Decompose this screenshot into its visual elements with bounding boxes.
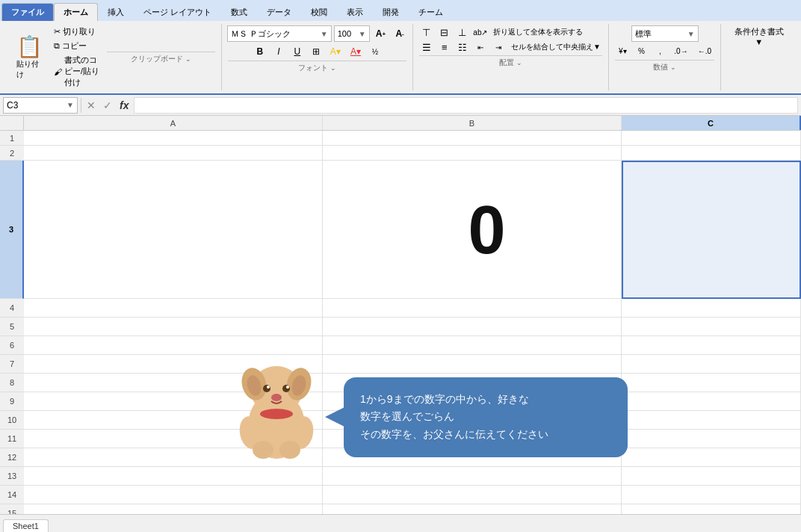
row-header-12[interactable]: 12 (0, 448, 24, 467)
tab-home[interactable]: ホーム (54, 3, 98, 21)
tab-insert[interactable]: 挿入 (98, 3, 134, 21)
cell-c5[interactable] (622, 318, 801, 335)
tab-developer[interactable]: 開発 (373, 3, 409, 21)
row-header-5[interactable]: 5 (0, 318, 24, 336)
sheet-tab-1[interactable]: Sheet1 (3, 519, 49, 532)
name-box[interactable]: C3 ▼ (3, 97, 78, 114)
row-header-4[interactable]: 4 (0, 299, 24, 318)
cell-a5[interactable] (24, 318, 323, 335)
col-header-a[interactable]: A (24, 116, 323, 130)
cell-b7[interactable] (323, 355, 622, 373)
cell-b1[interactable] (323, 131, 622, 145)
cell-a14[interactable] (24, 486, 323, 504)
italic-button[interactable]: I (270, 44, 287, 59)
cell-b15[interactable] (323, 504, 622, 514)
formula-input[interactable] (134, 97, 798, 114)
row-header-2[interactable]: 2 (0, 146, 24, 161)
cell-c14[interactable] (622, 486, 801, 504)
angle-text-button[interactable]: ab↗ (472, 25, 489, 39)
cell-b10[interactable] (323, 411, 622, 429)
number-format-selector[interactable]: 標準 ▼ (631, 25, 699, 42)
border-button[interactable]: ⊞ (308, 44, 324, 59)
percent-button[interactable]: % (633, 43, 649, 58)
cell-b6[interactable] (323, 336, 622, 354)
select-all-corner[interactable] (0, 116, 24, 131)
row-header-10[interactable]: 10 (0, 411, 24, 430)
font-fraction-button[interactable]: ½ (367, 44, 383, 59)
cell-b2[interactable] (323, 146, 622, 160)
cell-a3[interactable] (24, 161, 323, 299)
align-left-button[interactable]: ☰ (418, 40, 435, 54)
merge-center-button[interactable]: セルを結合して中央揃え▼ (508, 40, 604, 54)
col-header-b[interactable]: B (323, 116, 622, 130)
decrease-indent-button[interactable]: ⇤ (472, 40, 489, 54)
row-header-9[interactable]: 9 (0, 392, 24, 411)
font-size-selector[interactable]: 100 ▼ (334, 25, 370, 42)
cell-a12[interactable] (24, 448, 323, 466)
cell-c4[interactable] (622, 299, 801, 317)
row-header-7[interactable]: 7 (0, 355, 24, 374)
conditional-format-button[interactable]: 条件付き書式 ▼ (727, 25, 791, 47)
number-expand-icon[interactable]: ⌄ (670, 64, 676, 71)
cell-c2[interactable] (622, 146, 801, 160)
cell-c9[interactable] (622, 392, 801, 410)
cell-c15[interactable] (622, 504, 801, 514)
tab-data[interactable]: データ (257, 3, 301, 21)
fill-color-button[interactable]: A▾ (327, 44, 344, 59)
decrease-decimal-button[interactable]: ←.0 (694, 43, 715, 58)
row-header-15[interactable]: 15 (0, 504, 24, 514)
font-color-button[interactable]: A▾ (347, 44, 365, 59)
align-center-button[interactable]: ≡ (436, 40, 453, 54)
align-middle-button[interactable]: ⊟ (436, 25, 453, 39)
increase-indent-button[interactable]: ⇥ (490, 40, 507, 54)
tab-formula[interactable]: 数式 (221, 3, 257, 21)
cell-b11[interactable] (323, 430, 622, 448)
cell-b14[interactable] (323, 486, 622, 504)
thousands-button[interactable]: , (652, 43, 668, 58)
tab-review[interactable]: 校閲 (301, 3, 337, 21)
row-header-14[interactable]: 14 (0, 486, 24, 504)
cell-a13[interactable] (24, 467, 323, 485)
cell-c6[interactable] (622, 336, 801, 354)
cell-b5[interactable] (323, 318, 622, 335)
tab-file[interactable]: ファイル (1, 3, 54, 21)
row-header-1[interactable]: 1 (0, 131, 24, 146)
cell-c10[interactable] (622, 411, 801, 429)
copy-button[interactable]: ⧉ コピー (52, 40, 104, 52)
cell-a10[interactable] (24, 411, 323, 429)
cell-c1[interactable] (622, 131, 801, 145)
paste-button[interactable]: 📋 貼り付け (10, 31, 49, 83)
cell-c3[interactable] (622, 161, 801, 299)
wrap-text-button[interactable]: 折り返して全体を表示する (490, 25, 586, 39)
tab-team[interactable]: チーム (409, 3, 453, 21)
row-header-3[interactable]: 3 (0, 161, 24, 299)
col-header-c[interactable]: C (622, 116, 801, 130)
cell-a8[interactable] (24, 374, 323, 392)
clipboard-expand-icon[interactable]: ⌄ (185, 55, 191, 63)
bold-button[interactable]: B (252, 44, 268, 59)
cell-a7[interactable] (24, 355, 323, 373)
cell-c8[interactable] (622, 374, 801, 392)
cell-b3[interactable]: 0 (323, 161, 622, 299)
cell-a1[interactable] (24, 131, 323, 145)
cell-c7[interactable] (622, 355, 801, 373)
cell-a11[interactable] (24, 430, 323, 448)
tab-view[interactable]: 表示 (337, 3, 373, 21)
cell-a2[interactable] (24, 146, 323, 160)
tab-page-layout[interactable]: ページ レイアウト (134, 3, 221, 21)
cell-a4[interactable] (24, 299, 323, 317)
align-top-button[interactable]: ⊤ (418, 25, 435, 39)
cell-b13[interactable] (323, 467, 622, 485)
row-header-8[interactable]: 8 (0, 374, 24, 392)
insert-function-button[interactable]: fx (117, 99, 131, 111)
cell-b12[interactable] (323, 448, 622, 466)
font-name-selector[interactable]: ＭＳ Ｐゴシック ▼ (227, 25, 332, 42)
align-bottom-button[interactable]: ⊥ (454, 25, 471, 39)
increase-font-button[interactable]: A+ (372, 26, 389, 41)
row-header-6[interactable]: 6 (0, 336, 24, 355)
row-header-13[interactable]: 13 (0, 467, 24, 486)
currency-button[interactable]: ¥▾ (614, 43, 631, 58)
underline-button[interactable]: U (289, 44, 306, 59)
cell-a6[interactable] (24, 336, 323, 354)
alignment-expand-icon[interactable]: ⌄ (516, 59, 522, 66)
